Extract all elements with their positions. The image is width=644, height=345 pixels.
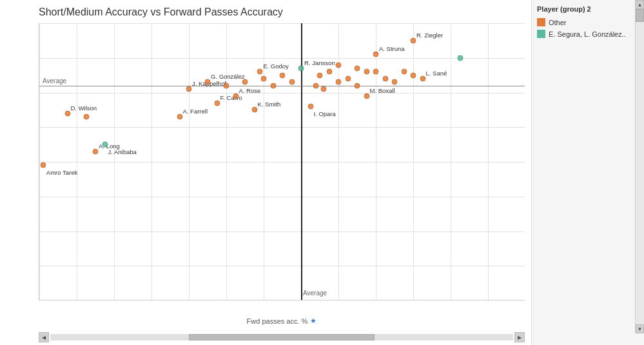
grid-line-horizontal — [39, 58, 525, 59]
data-point[interactable] — [326, 69, 332, 75]
legend-swatch — [537, 30, 545, 38]
grid-line-horizontal — [39, 232, 525, 232]
fwd-star-icon: ★ — [310, 317, 317, 325]
scroll-thumb-v[interactable] — [636, 9, 644, 22]
data-point[interactable] — [401, 69, 407, 75]
data-point[interactable] — [411, 37, 416, 43]
data-point[interactable] — [233, 93, 239, 99]
data-point[interactable] — [355, 83, 360, 88]
data-point[interactable] — [392, 79, 398, 85]
grid-line-horizontal — [39, 23, 525, 24]
legend-title: Player (group) 2 — [537, 5, 639, 13]
scroll-track-h — [50, 334, 513, 340]
scroll-left-button[interactable]: ◀ — [39, 332, 49, 342]
grid-line-horizontal — [39, 127, 525, 128]
grid-line-horizontal — [39, 162, 525, 163]
average-line-vertical — [301, 23, 302, 300]
point-label: R. Ziegler — [416, 32, 443, 39]
grid-line-vertical — [39, 23, 40, 300]
horizontal-scrollbar[interactable]: ◀ ▶ — [39, 331, 525, 343]
chart-title: Short/Medium Accuracy vs Forward Passes … — [39, 6, 525, 18]
data-point[interactable] — [270, 83, 276, 88]
data-point[interactable] — [336, 79, 342, 85]
point-label: D. Wilson — [71, 104, 97, 112]
point-label: K. Smith — [258, 101, 281, 108]
grid-line-vertical — [451, 23, 451, 300]
data-point[interactable] — [257, 69, 263, 75]
data-point[interactable] — [205, 79, 211, 85]
legend-label: Other — [549, 19, 567, 26]
legend-swatch — [537, 18, 545, 26]
plot-area: 6065707580859095100646668707274767880828… — [39, 23, 525, 301]
point-label: F. Calvo — [220, 94, 242, 101]
legend-label: E. Segura, L. González.. — [549, 30, 626, 38]
legend-item[interactable]: Other — [537, 18, 639, 26]
grid-line-vertical — [264, 23, 264, 300]
average-label-y: Average — [43, 77, 66, 84]
point-label: Amro Tarek — [46, 169, 77, 176]
scroll-thumb-h[interactable] — [189, 334, 374, 340]
data-point[interactable] — [298, 65, 304, 71]
point-label: A. Struna — [379, 45, 405, 52]
data-point[interactable] — [83, 114, 89, 120]
grid-line-vertical — [488, 23, 489, 300]
data-point[interactable] — [93, 148, 99, 154]
vertical-scrollbar[interactable]: ▲ ▼ — [635, 0, 644, 333]
data-point[interactable] — [364, 93, 369, 99]
data-point[interactable] — [355, 65, 360, 71]
grid-line-horizontal — [39, 266, 525, 266]
grid-line-vertical — [226, 23, 227, 300]
data-point[interactable] — [317, 72, 323, 78]
scroll-down-button[interactable]: ▼ — [636, 324, 644, 333]
grid-line-horizontal — [39, 93, 525, 94]
grid-line-vertical — [413, 23, 414, 300]
point-label: G. González — [211, 73, 245, 80]
average-star-icon: ★ — [39, 81, 40, 91]
data-point[interactable] — [40, 163, 46, 168]
average-line-horizontal — [39, 86, 525, 86]
data-point[interactable] — [186, 86, 192, 92]
grid-line-horizontal — [39, 197, 525, 197]
grid-line-vertical — [151, 23, 152, 300]
data-point[interactable] — [320, 86, 326, 92]
point-label: E. Godoy — [263, 63, 289, 70]
data-point[interactable] — [261, 76, 267, 82]
legend-item[interactable]: E. Segura, L. González.. — [537, 30, 639, 38]
grid-line-vertical — [189, 23, 190, 300]
grid-line-vertical — [114, 23, 115, 300]
data-point[interactable] — [373, 69, 379, 75]
data-point[interactable] — [307, 104, 313, 110]
data-point[interactable] — [420, 76, 425, 82]
legend-items: Other E. Segura, L. González.. — [537, 18, 639, 41]
data-point[interactable] — [102, 142, 108, 148]
data-point[interactable] — [457, 55, 463, 61]
scroll-right-button[interactable]: ▶ — [514, 332, 525, 342]
data-point[interactable] — [364, 69, 369, 75]
point-label: L. Sané — [426, 70, 447, 77]
x-axis-label: Fwd passes acc. % ★ — [247, 317, 317, 325]
data-point[interactable] — [242, 79, 248, 85]
scroll-up-button[interactable]: ▲ — [636, 0, 644, 9]
data-point[interactable] — [382, 76, 388, 82]
grid-line-vertical — [77, 23, 77, 300]
data-point[interactable] — [214, 100, 220, 106]
data-point[interactable] — [280, 72, 286, 78]
chart-area: Short/Medium Accuracy vs Forward Passes … — [0, 0, 531, 345]
average-label-x: Average — [303, 290, 327, 297]
point-label: A. Farrell — [183, 108, 208, 115]
data-point[interactable] — [411, 72, 416, 78]
main-container: Short/Medium Accuracy vs Forward Passes … — [0, 0, 644, 345]
data-point[interactable] — [64, 110, 70, 116]
grid-line-vertical — [376, 23, 376, 300]
data-point[interactable] — [177, 114, 182, 120]
point-label: I. Opara — [314, 110, 336, 117]
data-point[interactable] — [224, 83, 229, 88]
data-point[interactable] — [373, 52, 379, 57]
data-point[interactable] — [336, 62, 342, 68]
point-label: R. Jansson — [304, 59, 335, 66]
legend-panel: Player (group) 2 Other E. Segura, L. Gon… — [531, 0, 644, 345]
data-point[interactable] — [313, 83, 319, 88]
data-point[interactable] — [345, 76, 351, 82]
data-point[interactable] — [251, 107, 257, 113]
data-point[interactable] — [289, 79, 295, 85]
